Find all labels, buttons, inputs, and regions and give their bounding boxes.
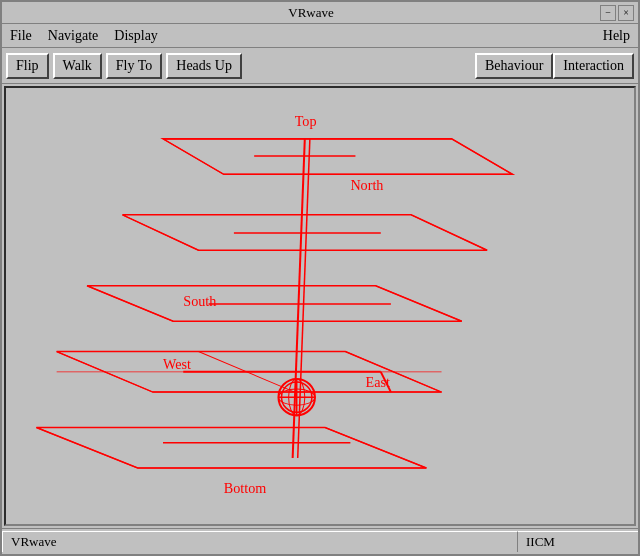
minimize-button[interactable]: − xyxy=(600,5,616,21)
walk-button[interactable]: Walk xyxy=(53,53,102,79)
menu-display[interactable]: Display xyxy=(110,27,162,45)
headsup-button[interactable]: Heads Up xyxy=(166,53,242,79)
label-west: West xyxy=(163,356,191,372)
3d-scene: Top North South xyxy=(6,88,634,524)
interaction-button[interactable]: Interaction xyxy=(553,53,634,79)
toolbar-right: Behaviour Interaction xyxy=(475,53,634,79)
label-bottom: Bottom xyxy=(224,480,267,496)
status-right: IICM xyxy=(518,531,638,552)
menu-navigate[interactable]: Navigate xyxy=(44,27,103,45)
label-north: North xyxy=(350,177,383,193)
flyto-button[interactable]: Fly To xyxy=(106,53,163,79)
menu-file[interactable]: File xyxy=(6,27,36,45)
flip-button[interactable]: Flip xyxy=(6,53,49,79)
toolbar: Flip Walk Fly To Heads Up Behaviour Inte… xyxy=(2,48,638,84)
main-window: VRwave − × File Navigate Display Help Fl… xyxy=(0,0,640,556)
svg-rect-0 xyxy=(6,93,634,518)
behaviour-button[interactable]: Behaviour xyxy=(475,53,553,79)
label-top: Top xyxy=(295,113,317,129)
title-bar: VRwave − × xyxy=(2,2,638,24)
close-button[interactable]: × xyxy=(618,5,634,21)
label-south: South xyxy=(183,293,216,309)
window-title: VRwave xyxy=(22,5,600,21)
menu-bar: File Navigate Display Help xyxy=(2,24,638,48)
toolbar-left: Flip Walk Fly To Heads Up xyxy=(6,53,242,79)
menu-help[interactable]: Help xyxy=(599,27,634,45)
viewport[interactable]: Top North South xyxy=(4,86,636,526)
status-left: VRwave xyxy=(2,531,518,552)
status-bar: VRwave IICM xyxy=(2,528,638,554)
